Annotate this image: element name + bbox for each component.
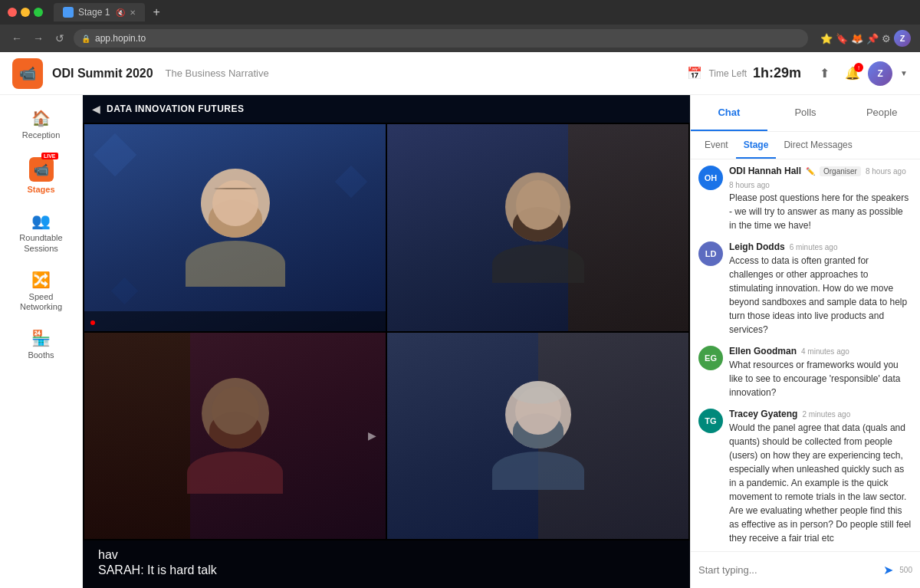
sub-tab-direct-messages[interactable]: Direct Messages (776, 132, 859, 159)
browser-tab[interactable]: Stage 1 🔇 ✕ (54, 3, 145, 21)
tab-chat[interactable]: Chat (691, 95, 767, 131)
video-grid: ▶ (83, 123, 690, 540)
tab-mute-icon[interactable]: 🔇 (116, 8, 125, 17)
event-title: ODI Summit 2020 (52, 67, 153, 80)
avatar-tg: TG (698, 409, 723, 433)
chat-tabs: Chat Polls People (691, 95, 920, 132)
subtitle-line-2: SARAH: It is hard talk (98, 563, 675, 577)
msg-1-text: Please post questions here for the speak… (729, 191, 912, 232)
chat-tab-label: Chat (718, 107, 740, 118)
person-4-face (492, 381, 584, 490)
char-count: 500 (899, 566, 912, 574)
chat-input-area: ➤ 500 (691, 551, 920, 588)
polls-tab-label: Polls (794, 107, 816, 118)
export-icon[interactable]: ⬆ (820, 66, 830, 80)
send-icon[interactable]: ➤ (883, 563, 893, 577)
lock-icon: 🔒 (81, 34, 90, 43)
video-cell-3: ▶ (84, 333, 386, 540)
address-bar[interactable]: 🔒 app.hopin.to (74, 29, 808, 48)
dropdown-arrow-icon[interactable]: ▼ (900, 69, 908, 77)
tab-close-icon[interactable]: ✕ (130, 8, 136, 17)
home-icon: 🏠 (31, 109, 51, 127)
msg-1-name: ODI Hannah Hall (729, 166, 801, 176)
chat-messages: OH ODI Hannah Hall ✏️ Organiser 8 hours … (691, 159, 920, 551)
roundtable-icon: 👥 (31, 212, 51, 230)
back-button[interactable]: ← (9, 32, 25, 44)
forward-button[interactable]: → (31, 32, 46, 44)
video-cell-2 (387, 124, 688, 331)
profile-icon[interactable]: Z (894, 30, 911, 47)
main-layout: 🏠 Reception 📹 LIVE Stages 👥 Roundtable S… (0, 95, 920, 588)
ext-icon-2[interactable]: 🦊 (851, 33, 863, 44)
browser-chrome: Stage 1 🔇 ✕ + (0, 0, 920, 25)
msg-2-name: Leigh Dodds (729, 241, 785, 252)
person-2-face (492, 172, 584, 283)
ext-icon-1[interactable]: 🔖 (836, 33, 848, 44)
user-avatar[interactable]: Z (868, 61, 892, 86)
sidebar-item-roundtable[interactable]: 👥 Roundtable Sessions (7, 204, 76, 261)
video-header-back-icon[interactable]: ◀ (92, 103, 100, 115)
video-area: ◀ DATA INNOVATION FUTURES (83, 95, 690, 588)
ext-icon-4[interactable]: ⚙ (882, 33, 891, 44)
msg-2-text: Access to data is often granted for chal… (729, 254, 912, 337)
sidebar-item-speed-networking[interactable]: 🔀 Speed Networking (7, 263, 76, 320)
live-badge: LIVE (41, 153, 58, 159)
background-bookshelf (568, 124, 688, 331)
tab-people[interactable]: People (843, 95, 920, 131)
url-text: app.hopin.to (95, 33, 146, 44)
sub-tab-event[interactable]: Event (697, 132, 736, 159)
top-right-icons: 🔔! Z ▼ (845, 61, 908, 86)
sidebar: 🏠 Reception 📹 LIVE Stages 👥 Roundtable S… (0, 95, 83, 588)
time-value: 1h:29m (753, 65, 801, 81)
chat-message-2: LD Leigh Dodds 6 minutes ago Access to d… (698, 241, 912, 337)
video-header-title: DATA INNOVATION FUTURES (107, 103, 245, 114)
calendar-icon: 📅 (687, 66, 702, 80)
msg-2-time: 6 minutes ago (790, 243, 838, 251)
notification-icon[interactable]: 🔔! (845, 66, 860, 80)
tab-favicon (63, 7, 74, 18)
msg-3-time: 4 minutes ago (801, 347, 849, 356)
chat-panel: Chat Polls People Event Stage Direct M (690, 95, 920, 588)
msg-4-text: Would the panel agree that data (quals a… (729, 421, 912, 545)
close-dot[interactable] (8, 8, 17, 17)
window-dots (8, 8, 43, 17)
sidebar-item-booths[interactable]: 🏪 Booths (7, 321, 76, 368)
msg-1-badge: Organiser (820, 166, 861, 176)
chat-message-3: EG Ellen Goodman 4 minutes ago What reso… (698, 346, 912, 399)
ext-icon-3[interactable]: 📌 (866, 33, 879, 44)
speed-networking-label: Speed Networking (13, 292, 70, 312)
refresh-button[interactable]: ↺ (52, 32, 67, 44)
msg-3-content: Ellen Goodman 4 minutes ago What resourc… (729, 346, 912, 399)
chat-sub-tabs: Event Stage Direct Messages (691, 132, 920, 159)
video-cell-1 (84, 124, 386, 331)
booths-icon: 🏪 (31, 329, 51, 347)
msg-4-name: Tracey Gyateng (729, 409, 797, 419)
avatar-ld: LD (698, 241, 723, 266)
msg-1-content: ODI Hannah Hall ✏️ Organiser 8 hours ago… (729, 166, 912, 232)
new-tab-button[interactable]: + (153, 5, 159, 19)
booths-label: Booths (28, 350, 54, 360)
organiser-icon: ✏️ (806, 167, 815, 176)
tab-polls[interactable]: Polls (767, 95, 844, 131)
maximize-dot[interactable] (34, 8, 43, 17)
sidebar-item-stages[interactable]: 📹 LIVE Stages (7, 149, 76, 202)
minimize-dot[interactable] (21, 8, 30, 17)
app-logo: 📹 (12, 58, 43, 89)
msg-2-content: Leigh Dodds 6 minutes ago Access to data… (729, 241, 912, 337)
stages-label: Stages (27, 185, 54, 195)
person-1-face (186, 169, 285, 287)
roundtable-label: Roundtable Sessions (13, 233, 70, 253)
chat-message-4: TG Tracey Gyateng 2 minutes ago Would th… (698, 409, 912, 545)
subtitle-line-1: hav (98, 548, 675, 562)
app-container: 📹 ODI Summit 2020 The Business Narrative… (0, 52, 920, 588)
sub-tab-stage[interactable]: Stage (736, 132, 777, 159)
star-icon[interactable]: ⭐ (820, 33, 833, 44)
msg-1-time: 8 hours ago (866, 167, 906, 176)
background-shelves (84, 333, 190, 540)
chat-message-1: OH ODI Hannah Hall ✏️ Organiser 8 hours … (698, 166, 912, 232)
chat-input[interactable] (698, 564, 877, 576)
video-header: ◀ DATA INNOVATION FUTURES (83, 95, 690, 123)
sidebar-item-reception[interactable]: 🏠 Reception (7, 101, 76, 148)
avatar-oh: OH (698, 166, 723, 190)
msg-4-time: 2 minutes ago (802, 410, 850, 419)
